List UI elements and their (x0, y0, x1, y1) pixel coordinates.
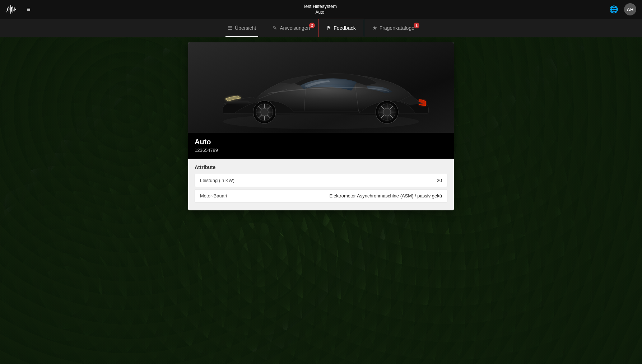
attributes-title: Attribute (195, 164, 447, 170)
tab-fragenkataloge[interactable]: ★ Fragenkataloge 1 (364, 19, 423, 37)
tab-navigation: ☰ Übersicht ✎ Anweisungen 2 ⚑ Feedback ★… (0, 19, 642, 37)
topbar: ≡ Test Hilfesystem Auto 🌐 AH (0, 0, 642, 19)
main-content: Auto 123654789 Attribute Leistung (in KW… (0, 37, 642, 364)
svg-point-17 (261, 108, 268, 116)
fragenkataloge-badge: 1 (414, 23, 419, 28)
attributes-section: Attribute Leistung (in KW) 20 Motor-Baua… (188, 159, 454, 210)
tab-fragenkataloge-label: Fragenkataloge (380, 25, 414, 31)
attribute-value-leistung: 20 (437, 178, 442, 183)
topbar-center: Test Hilfesystem Auto (31, 4, 609, 15)
attribute-row-leistung: Leistung (in KW) 20 (195, 174, 447, 187)
logo-area: ≡ (6, 4, 31, 15)
topbar-title-sub: Auto (315, 10, 324, 15)
logo-icon[interactable] (6, 4, 20, 15)
anweisungen-badge: 2 (309, 23, 315, 28)
anweisungen-icon: ✎ (273, 25, 277, 31)
car-image (188, 42, 454, 133)
avatar[interactable]: AH (624, 3, 636, 15)
attribute-label-leistung: Leistung (in KW) (200, 178, 234, 183)
tab-anweisungen[interactable]: ✎ Anweisungen 2 (264, 19, 318, 37)
car-id: 123654789 (195, 148, 447, 153)
tab-feedback[interactable]: ⚑ Feedback (318, 19, 364, 37)
tab-anweisungen-label: Anweisungen (280, 25, 310, 31)
topbar-title-main: Test Hilfesystem (303, 4, 337, 10)
hamburger-icon[interactable]: ≡ (27, 6, 31, 13)
svg-point-28 (383, 108, 391, 116)
fragenkataloge-icon: ★ (372, 25, 377, 31)
attribute-value-motor: Elektromotor Asynchronmaschine (ASM) / p… (329, 193, 442, 199)
feedback-icon: ⚑ (326, 25, 331, 31)
topbar-right: 🌐 AH (609, 3, 636, 15)
globe-icon[interactable]: 🌐 (609, 5, 618, 14)
car-info-bar: Auto 123654789 (188, 133, 454, 159)
content-card: Auto 123654789 Attribute Leistung (in KW… (188, 42, 454, 210)
ubersicht-icon: ☰ (228, 25, 232, 31)
tab-feedback-label: Feedback (334, 25, 355, 31)
attribute-row-motor: Motor-Bauart Elektromotor Asynchronmasch… (195, 189, 447, 202)
car-image-container (188, 42, 454, 133)
attribute-label-motor: Motor-Bauart (200, 193, 227, 199)
car-name: Auto (195, 138, 447, 146)
tab-ubersicht-label: Übersicht (235, 25, 256, 31)
tab-ubersicht[interactable]: ☰ Übersicht (219, 19, 264, 37)
